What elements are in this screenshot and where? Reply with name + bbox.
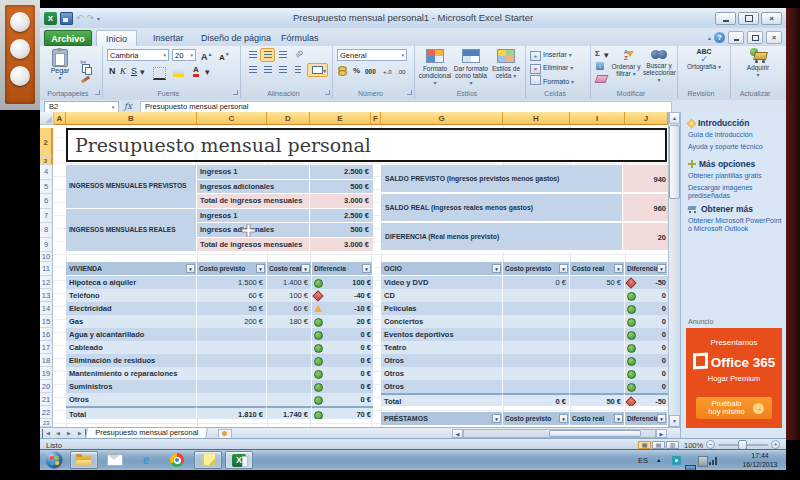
budget-row-real[interactable] [267,328,312,341]
income-label-cell[interactable]: Total de ingresos mensuales [197,194,310,209]
doc-close-button[interactable]: × [766,31,782,44]
budget-row-diferencia[interactable]: 0 [625,315,668,328]
summary-value-cell[interactable]: 20 [623,223,668,252]
summary-value-cell[interactable]: 960 [623,194,668,223]
budget-row-real[interactable] [570,328,625,341]
budget-row-previsto[interactable]: 0 € [503,393,570,406]
column-header-E[interactable]: E [310,112,371,125]
column-header-cell[interactable]: Costo previsto▾ [503,262,570,276]
taskbar-ie-button[interactable]: e [132,451,160,469]
row-header-15[interactable]: 15 [40,315,53,328]
first-sheet-icon[interactable]: ◀ [42,429,53,438]
budget-row-previsto[interactable]: 50 € [197,302,267,315]
scroll-right-icon[interactable]: ▶ [656,429,667,438]
font-size-combo[interactable]: 20▾ [172,49,196,61]
income-group-name[interactable]: INGRESOS MENSUALES PREVISTOS [66,165,197,209]
bold-button[interactable]: N [109,65,116,77]
income-label-cell[interactable]: Ingresos 1 [197,209,310,224]
row-header-18[interactable]: 18 [40,354,53,367]
budget-row-name[interactable]: Otros [381,367,503,380]
column-header-A[interactable]: A [54,112,66,125]
language-indicator[interactable]: ES [638,456,648,470]
conditional-formatting-button[interactable]: Formato condicional ▾ [417,48,453,87]
find-select-button[interactable]: Buscar y seleccionar ▾ [643,48,675,84]
shrink-font-icon[interactable]: A▼ [219,48,230,64]
summary-label-cell[interactable]: SALDO REAL (Ingresos reales menos gastos… [381,194,623,223]
row-header-19[interactable]: 19 [40,367,53,380]
filter-icon[interactable]: ▾ [657,264,666,273]
insert-cells-button[interactable]: +Insertar ▾ [530,49,572,61]
vertical-scrollbar[interactable]: ▲ ▼ [668,112,680,427]
budget-row-name[interactable]: Gas [66,315,197,328]
budget-row-diferencia[interactable]: -50 [625,393,668,406]
align-right-icon[interactable] [275,63,290,77]
budget-row-real[interactable]: 1.400 € [267,276,312,289]
budget-row-previsto[interactable] [197,367,267,380]
budget-row-name[interactable]: Películas [381,302,503,315]
budget-row-previsto[interactable] [503,380,570,393]
zoom-out-icon[interactable]: − [706,440,715,449]
column-header-cell[interactable]: Costo real▾ [570,262,625,276]
budget-row-previsto[interactable] [197,354,267,367]
income-label-cell[interactable]: Ingresos 1 [197,165,310,180]
budget-row-previsto[interactable] [197,341,267,354]
restore-button[interactable] [738,12,759,25]
row-header-23[interactable]: 23 [40,419,53,427]
doc-minimize-button[interactable] [728,31,744,44]
budget-row-previsto[interactable] [503,328,570,341]
filter-icon[interactable]: ▾ [559,414,568,423]
horizontal-scroll-thumb[interactable] [549,430,641,437]
budget-row-real[interactable]: 1.740 € [267,406,312,419]
budget-row-name[interactable]: Hipoteca o alquiler [66,276,197,289]
doc-restore-button[interactable] [747,31,763,44]
budget-row-real[interactable]: 60 € [267,302,312,315]
budget-row-previsto[interactable] [197,393,267,406]
budget-row-diferencia[interactable]: 0 € [312,380,373,393]
align-bottom-icon[interactable] [275,48,290,62]
merge-center-icon[interactable]: ▾ [307,63,328,77]
table-header-VIVIENDA[interactable]: VIVIENDA▾ [66,262,197,276]
underline-caret-icon[interactable]: ▾ [140,66,145,78]
budget-row-diferencia[interactable]: 0 € [312,367,373,380]
column-header-H[interactable]: H [503,112,570,125]
tab-archivo[interactable]: Archivo [44,30,92,46]
budget-row-name[interactable]: Eventos deportivos [381,328,503,341]
tray-app-icon[interactable] [672,456,681,465]
align-top-icon[interactable] [245,48,260,62]
number-format-combo[interactable]: General▾ [337,49,407,61]
spelling-button[interactable]: ABC✓ Ortografía ▾ [684,48,724,71]
budget-row-previsto[interactable] [503,354,570,367]
row-header-13[interactable]: 13 [40,289,53,302]
budget-row-name[interactable]: Cableado [66,341,197,354]
budget-row-name[interactable]: Mantenimiento o reparaciones [66,367,197,380]
budget-row-real[interactable] [267,341,312,354]
budget-row-real[interactable] [267,367,312,380]
row-header-3[interactable]: 3 [40,157,53,165]
link-plantillas[interactable]: Obtener plantillas gratis [688,172,782,180]
scroll-left-icon[interactable]: ◀ [452,429,463,438]
column-header-cell[interactable]: Costo previsto▾ [503,412,570,426]
budget-row-diferencia[interactable]: 20 € [312,315,373,328]
last-sheet-icon[interactable]: ▶ [75,429,86,438]
tab-inicio[interactable]: Inicio [96,30,137,47]
column-header-cell[interactable]: Diferencia▾ [625,262,668,276]
column-header-B[interactable]: B [66,112,197,125]
comma-style-icon[interactable]: 000 [365,66,376,78]
hidden-icons-arrow[interactable]: ▲ [656,457,661,470]
filter-icon[interactable]: ▾ [614,264,623,273]
budget-row-previsto[interactable] [197,328,267,341]
summary-label-cell[interactable]: DIFERENCIA (Real menos previsto) [381,223,623,252]
column-header-J[interactable]: J [625,112,668,125]
italic-button[interactable]: K [120,65,126,77]
row-header-7[interactable]: 7 [40,209,53,224]
budget-row-real[interactable]: 100 € [267,289,312,302]
budget-row-previsto[interactable]: 60 € [197,289,267,302]
select-all-corner[interactable] [40,112,54,125]
align-middle-icon[interactable] [260,48,275,62]
column-header-cell[interactable]: Costo real▾ [267,262,312,276]
budget-row-previsto[interactable] [503,315,570,328]
column-header-C[interactable]: C [197,112,267,125]
budget-row-previsto[interactable] [197,380,267,393]
format-as-table-button[interactable]: Dar formato como tabla ▾ [453,48,489,87]
budget-row-previsto[interactable] [503,367,570,380]
